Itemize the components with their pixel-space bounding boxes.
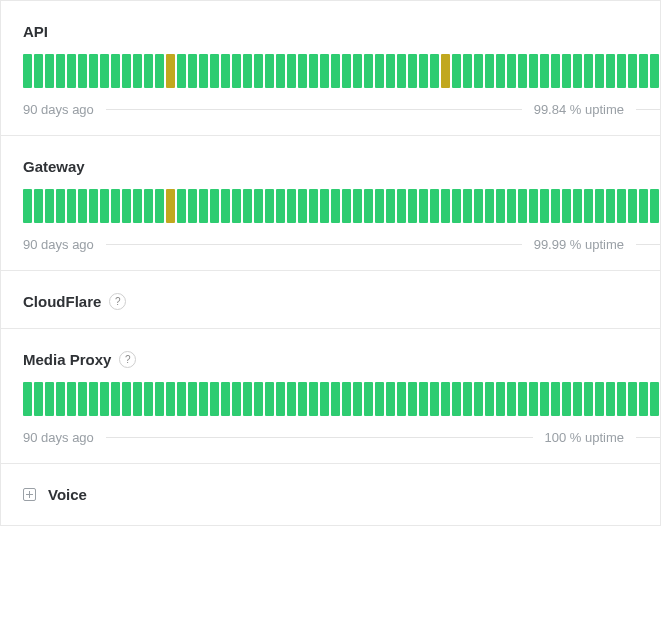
uptime-day-bar[interactable]	[386, 189, 395, 223]
uptime-day-bar[interactable]	[584, 382, 593, 416]
uptime-day-bar[interactable]	[529, 54, 538, 88]
uptime-day-bar[interactable]	[419, 189, 428, 223]
uptime-day-bar[interactable]	[23, 382, 32, 416]
uptime-day-bar[interactable]	[100, 189, 109, 223]
uptime-day-bar[interactable]	[166, 54, 175, 88]
uptime-day-bar[interactable]	[287, 189, 296, 223]
uptime-day-bar[interactable]	[463, 189, 472, 223]
uptime-day-bar[interactable]	[353, 54, 362, 88]
uptime-day-bar[interactable]	[56, 382, 65, 416]
uptime-day-bar[interactable]	[419, 54, 428, 88]
uptime-day-bar[interactable]	[474, 54, 483, 88]
uptime-day-bar[interactable]	[254, 382, 263, 416]
uptime-day-bar[interactable]	[430, 189, 439, 223]
uptime-day-bar[interactable]	[67, 382, 76, 416]
uptime-day-bar[interactable]	[155, 54, 164, 88]
uptime-day-bar[interactable]	[287, 54, 296, 88]
uptime-day-bar[interactable]	[419, 382, 428, 416]
uptime-day-bar[interactable]	[45, 54, 54, 88]
uptime-day-bar[interactable]	[166, 189, 175, 223]
uptime-day-bar[interactable]	[309, 54, 318, 88]
uptime-day-bar[interactable]	[518, 189, 527, 223]
uptime-day-bar[interactable]	[650, 382, 659, 416]
uptime-day-bar[interactable]	[276, 54, 285, 88]
uptime-day-bar[interactable]	[232, 54, 241, 88]
uptime-day-bar[interactable]	[551, 382, 560, 416]
uptime-day-bar[interactable]	[573, 54, 582, 88]
uptime-day-bar[interactable]	[595, 382, 604, 416]
uptime-day-bar[interactable]	[34, 189, 43, 223]
uptime-day-bar[interactable]	[331, 189, 340, 223]
uptime-day-bar[interactable]	[452, 189, 461, 223]
component-group-voice[interactable]: Voice	[1, 464, 660, 525]
uptime-day-bar[interactable]	[122, 54, 131, 88]
uptime-day-bar[interactable]	[375, 382, 384, 416]
uptime-day-bar[interactable]	[78, 54, 87, 88]
uptime-day-bar[interactable]	[364, 54, 373, 88]
uptime-day-bar[interactable]	[133, 382, 142, 416]
uptime-day-bar[interactable]	[507, 189, 516, 223]
uptime-day-bar[interactable]	[67, 189, 76, 223]
uptime-day-bar[interactable]	[221, 54, 230, 88]
uptime-day-bar[interactable]	[562, 382, 571, 416]
uptime-day-bar[interactable]	[617, 189, 626, 223]
uptime-day-bar[interactable]	[408, 54, 417, 88]
uptime-day-bar[interactable]	[529, 382, 538, 416]
uptime-day-bar[interactable]	[397, 54, 406, 88]
uptime-day-bar[interactable]	[562, 54, 571, 88]
uptime-day-bar[interactable]	[364, 189, 373, 223]
uptime-day-bar[interactable]	[639, 54, 648, 88]
uptime-day-bar[interactable]	[386, 54, 395, 88]
expand-plus-icon[interactable]	[23, 488, 36, 501]
uptime-day-bar[interactable]	[221, 189, 230, 223]
uptime-day-bar[interactable]	[430, 54, 439, 88]
uptime-day-bar[interactable]	[199, 189, 208, 223]
uptime-day-bar[interactable]	[474, 382, 483, 416]
uptime-day-bar[interactable]	[595, 54, 604, 88]
uptime-day-bar[interactable]	[210, 54, 219, 88]
help-icon[interactable]: ?	[109, 293, 126, 310]
uptime-day-bar[interactable]	[639, 189, 648, 223]
uptime-day-bar[interactable]	[606, 382, 615, 416]
uptime-day-bar[interactable]	[45, 382, 54, 416]
uptime-day-bar[interactable]	[573, 189, 582, 223]
uptime-day-bar[interactable]	[34, 382, 43, 416]
uptime-day-bar[interactable]	[584, 189, 593, 223]
uptime-day-bar[interactable]	[397, 382, 406, 416]
uptime-day-bar[interactable]	[122, 382, 131, 416]
uptime-day-bar[interactable]	[177, 382, 186, 416]
uptime-day-bar[interactable]	[529, 189, 538, 223]
uptime-day-bar[interactable]	[23, 189, 32, 223]
uptime-day-bar[interactable]	[408, 382, 417, 416]
uptime-day-bar[interactable]	[518, 382, 527, 416]
uptime-day-bar[interactable]	[287, 382, 296, 416]
uptime-day-bar[interactable]	[606, 54, 615, 88]
uptime-day-bar[interactable]	[386, 382, 395, 416]
uptime-day-bar[interactable]	[45, 189, 54, 223]
uptime-day-bar[interactable]	[89, 382, 98, 416]
uptime-day-bar[interactable]	[496, 382, 505, 416]
uptime-day-bar[interactable]	[177, 189, 186, 223]
uptime-day-bar[interactable]	[122, 189, 131, 223]
uptime-day-bar[interactable]	[463, 54, 472, 88]
uptime-day-bar[interactable]	[34, 54, 43, 88]
uptime-day-bar[interactable]	[485, 189, 494, 223]
uptime-day-bar[interactable]	[243, 189, 252, 223]
uptime-day-bar[interactable]	[78, 382, 87, 416]
uptime-day-bar[interactable]	[276, 382, 285, 416]
uptime-day-bar[interactable]	[111, 382, 120, 416]
uptime-day-bar[interactable]	[375, 189, 384, 223]
uptime-day-bar[interactable]	[639, 382, 648, 416]
uptime-day-bar[interactable]	[474, 189, 483, 223]
uptime-day-bar[interactable]	[628, 189, 637, 223]
uptime-day-bar[interactable]	[331, 382, 340, 416]
uptime-day-bar[interactable]	[562, 189, 571, 223]
uptime-day-bar[interactable]	[441, 382, 450, 416]
uptime-day-bar[interactable]	[452, 54, 461, 88]
uptime-day-bar[interactable]	[342, 382, 351, 416]
uptime-day-bar[interactable]	[254, 54, 263, 88]
uptime-day-bar[interactable]	[551, 54, 560, 88]
uptime-day-bar[interactable]	[89, 54, 98, 88]
uptime-day-bar[interactable]	[111, 54, 120, 88]
uptime-day-bar[interactable]	[56, 189, 65, 223]
